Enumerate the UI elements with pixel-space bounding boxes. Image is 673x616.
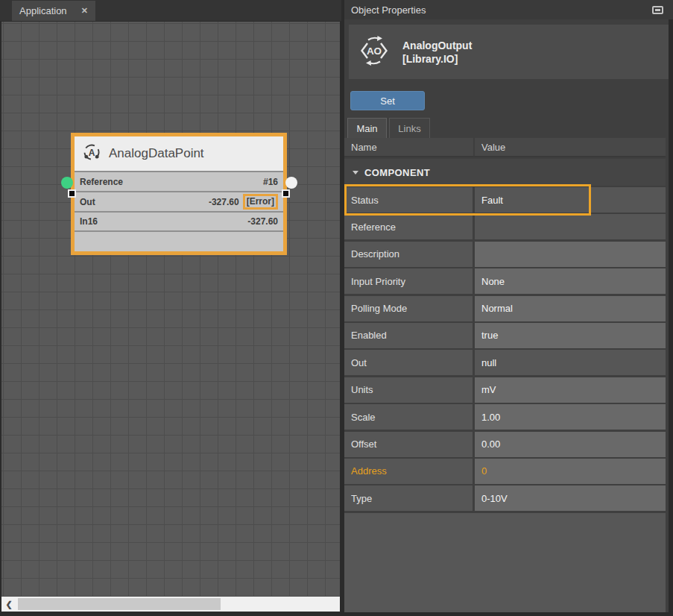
- property-row-offset[interactable]: Offset 0.00: [344, 432, 666, 457]
- property-name: Enabled: [351, 330, 387, 341]
- canvas-tabbar: Application ✕: [0, 0, 341, 21]
- horizontal-scrollbar[interactable]: ❮: [1, 597, 340, 612]
- output-port-white[interactable]: [285, 177, 297, 189]
- collapse-icon[interactable]: [353, 171, 358, 175]
- input-port-green[interactable]: [61, 177, 73, 189]
- property-value: null: [481, 357, 496, 368]
- app-window: Application ✕ A AnalogDataPoint: [0, 0, 673, 616]
- pin-label: In16: [80, 216, 98, 227]
- property-value: Fault: [481, 195, 503, 206]
- section-component[interactable]: COMPONENT: [344, 159, 666, 186]
- panel-titlebar: Object Properties: [344, 0, 673, 19]
- dock-window-icon-inner: [655, 9, 660, 11]
- scrollbar-thumb[interactable]: [18, 598, 221, 610]
- design-canvas[interactable]: A AnalogDataPoint Reference #16 Out -327…: [1, 21, 340, 597]
- property-name: Reference: [351, 221, 396, 233]
- scroll-left-icon[interactable]: ❮: [1, 597, 16, 612]
- property-row-enabled[interactable]: Enabled true: [344, 323, 666, 348]
- tab-application-label: Application: [19, 5, 75, 16]
- resize-handle-left[interactable]: [68, 189, 76, 198]
- property-value: 0: [481, 465, 487, 477]
- block-header: A AnalogDataPoint: [75, 136, 283, 171]
- property-value: 0-10V: [481, 493, 508, 504]
- property-value: true: [481, 330, 498, 341]
- dock-window-icon[interactable]: [652, 6, 663, 14]
- property-value: None: [481, 276, 505, 287]
- panel-bottom-edge: [344, 612, 673, 616]
- property-name: Type: [351, 493, 372, 504]
- property-name: Out: [351, 357, 367, 368]
- canvas-pane: Application ✕ A AnalogDataPoint: [0, 0, 341, 616]
- column-value-label: Value: [475, 142, 505, 153]
- tab-application[interactable]: Application ✕: [12, 1, 95, 21]
- panel-title: Object Properties: [351, 4, 426, 16]
- property-row-status[interactable]: Status Fault: [344, 187, 666, 213]
- resize-handle-right[interactable]: [282, 189, 290, 198]
- property-name: Description: [351, 248, 399, 260]
- property-value: Normal: [481, 303, 513, 314]
- object-library: [Library.IO]: [402, 52, 472, 66]
- tab-main[interactable]: Main: [347, 118, 387, 138]
- table-column-header: Name Value: [344, 138, 666, 157]
- property-name: Polling Mode: [351, 303, 407, 314]
- property-value: mV: [481, 384, 496, 395]
- set-button[interactable]: Set: [350, 91, 425, 110]
- property-row-scale[interactable]: Scale 1.00: [344, 404, 666, 430]
- column-name-label: Name: [344, 142, 473, 153]
- pin-value: -327.60: [209, 197, 239, 207]
- analog-datapoint-block[interactable]: A AnalogDataPoint Reference #16 Out -327…: [71, 133, 287, 255]
- object-name: AnalogOutput: [402, 39, 472, 52]
- section-label: COMPONENT: [364, 167, 430, 178]
- block-pin-in16[interactable]: In16 -327.60: [75, 213, 283, 230]
- block-pin-out[interactable]: Out -327.60 [Error]: [75, 192, 283, 211]
- tab-links[interactable]: Links: [389, 118, 430, 138]
- object-properties-panel: Object Properties AO AnalogOutput [: [344, 0, 673, 616]
- pin-label: Reference: [80, 177, 123, 187]
- block-title: AnalogDataPoint: [109, 146, 204, 161]
- property-name: Scale: [351, 412, 376, 423]
- svg-text:AO: AO: [367, 45, 382, 57]
- close-icon[interactable]: ✕: [81, 6, 88, 16]
- property-row-out[interactable]: Out null: [344, 350, 666, 375]
- property-row-units[interactable]: Units mV: [344, 377, 666, 403]
- object-header-card: AO AnalogOutput [Library.IO]: [349, 25, 669, 79]
- property-name: Address: [351, 465, 387, 477]
- property-row-type[interactable]: Type 0-10V: [344, 485, 666, 511]
- property-row-polling-mode[interactable]: Polling Mode Normal: [344, 296, 666, 321]
- block-pin-reference[interactable]: Reference #16: [75, 172, 283, 191]
- pin-value: #16: [263, 177, 278, 187]
- property-name: Status: [351, 195, 379, 206]
- analog-datapoint-icon: A: [82, 142, 101, 166]
- property-row-input-priority[interactable]: Input Priority None: [344, 268, 666, 294]
- panel-right-edge: [669, 19, 673, 616]
- analog-output-icon: AO: [358, 34, 391, 70]
- block-row-empty: [75, 232, 283, 251]
- table-empty-area: [344, 513, 666, 612]
- property-row-description[interactable]: Description: [344, 242, 666, 267]
- property-name: Offset: [351, 439, 376, 450]
- pin-label: Out: [80, 197, 95, 207]
- pin-value: -327.60: [247, 216, 278, 227]
- property-value: 1.00: [481, 412, 500, 423]
- error-badge: [Error]: [243, 194, 278, 210]
- property-row-address[interactable]: Address 0: [344, 459, 666, 484]
- property-name: Input Priority: [351, 276, 405, 287]
- svg-text:A: A: [89, 147, 95, 157]
- property-value: 0.00: [481, 439, 500, 450]
- property-row-reference[interactable]: Reference: [344, 214, 666, 239]
- property-name: Units: [351, 384, 373, 395]
- property-rows: Status Fault Reference Description Input…: [344, 187, 666, 511]
